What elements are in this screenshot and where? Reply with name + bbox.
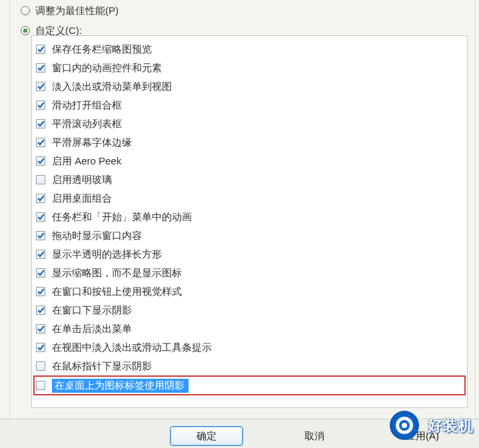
list-item[interactable]: 启用 Aero Peek [36, 152, 464, 170]
list-item-label: 在窗口下显示阴影 [52, 304, 132, 317]
list-item-label: 拖动时显示窗口内容 [52, 230, 142, 242]
cancel-button[interactable]: 取消 [278, 426, 351, 446]
list-item-label: 任务栏和「开始」菜单中的动画 [52, 211, 192, 224]
checkbox-icon[interactable] [36, 381, 45, 390]
list-item[interactable]: 启用透明玻璃 [36, 170, 464, 189]
list-item-label: 在鼠标指针下显示阴影 [52, 360, 152, 373]
watermark-text: 好装机 [428, 416, 474, 436]
list-item[interactable]: 平滑滚动列表框 [36, 114, 464, 133]
list-item[interactable]: 平滑屏幕字体边缘 [36, 133, 464, 152]
checkbox-icon[interactable] [36, 194, 45, 203]
radio-label: 调整为最佳性能(P) [35, 3, 119, 18]
watermark-logo-icon [390, 411, 419, 440]
checkbox-icon[interactable] [36, 287, 45, 296]
list-item[interactable]: 任务栏和「开始」菜单中的动画 [36, 208, 464, 226]
list-item-label: 在单击后淡出菜单 [52, 323, 132, 336]
checkbox-icon[interactable] [36, 212, 45, 222]
list-item-label: 在窗口和按钮上使用视觉样式 [52, 286, 182, 298]
checkbox-icon[interactable] [36, 138, 45, 147]
list-item[interactable]: 窗口内的动画控件和元素 [36, 59, 464, 77]
radio-icon [21, 26, 30, 35]
checkbox-icon[interactable] [36, 156, 45, 166]
settings-panel: 调整为最佳性能(P) 自定义(C): 保存任务栏缩略图预览窗口内的动画控件和元素… [9, 0, 476, 445]
list-item[interactable]: 在窗口下显示阴影 [36, 301, 464, 320]
list-item[interactable]: 拖动时显示窗口内容 [36, 226, 464, 245]
list-item-label: 平滑滚动列表框 [52, 118, 122, 130]
checkbox-icon[interactable] [36, 63, 45, 73]
list-item[interactable]: 启用桌面组合 [36, 189, 464, 208]
list-item[interactable]: 滑动打开组合框 [36, 96, 464, 114]
checkbox-icon[interactable] [36, 82, 45, 91]
list-item[interactable]: 在视图中淡入淡出或滑动工具条提示 [36, 338, 464, 357]
list-item-label: 保存任务栏缩略图预览 [52, 43, 152, 56]
checkbox-icon[interactable] [36, 361, 45, 371]
list-item-label: 启用透明玻璃 [52, 174, 112, 186]
list-item-label: 平滑屏幕字体边缘 [52, 136, 132, 149]
list-item-label: 在视图中淡入淡出或滑动工具条提示 [52, 341, 212, 354]
list-item[interactable]: 显示半透明的选择长方形 [36, 245, 464, 264]
checkbox-icon[interactable] [36, 45, 45, 54]
list-item-selection: 在桌面上为图标标签使用阴影 [52, 379, 189, 393]
checkbox-icon[interactable] [36, 250, 45, 259]
list-item[interactable]: 淡入淡出或滑动菜单到视图 [36, 77, 464, 96]
checkbox-icon[interactable] [36, 324, 45, 334]
checkbox-icon[interactable] [36, 343, 45, 352]
list-item-label: 启用 Aero Peek [52, 155, 121, 168]
list-item[interactable]: 在窗口和按钮上使用视觉样式 [36, 282, 464, 301]
radio-icon [21, 6, 30, 15]
checkbox-icon[interactable] [36, 306, 45, 315]
list-item-highlighted[interactable]: 在桌面上为图标标签使用阴影 [33, 375, 466, 395]
ok-button[interactable]: 确定 [170, 426, 243, 446]
checkbox-icon[interactable] [36, 231, 45, 240]
list-item-label: 淡入淡出或滑动菜单到视图 [52, 81, 172, 93]
list-item[interactable]: 显示缩略图，而不是显示图标 [36, 264, 464, 282]
checkbox-icon[interactable] [36, 175, 45, 184]
list-item[interactable]: 保存任务栏缩略图预览 [36, 40, 464, 59]
checkbox-icon[interactable] [36, 119, 45, 128]
list-item-label: 启用桌面组合 [52, 192, 112, 205]
list-item-label: 显示半透明的选择长方形 [52, 248, 162, 261]
list-item[interactable]: 在鼠标指针下显示阴影 [36, 357, 464, 375]
list-item-label: 显示缩略图，而不是显示图标 [52, 267, 182, 280]
checkbox-icon[interactable] [36, 268, 45, 278]
checkbox-icon[interactable] [36, 101, 45, 110]
list-item-label: 滑动打开组合框 [52, 99, 122, 112]
radio-selected-dot [23, 29, 27, 33]
radio-best-performance[interactable]: 调整为最佳性能(P) [10, 1, 475, 21]
list-item-label: 在桌面上为图标标签使用阴影 [55, 379, 185, 392]
list-item-label: 窗口内的动画控件和元素 [52, 62, 162, 75]
visual-effects-list[interactable]: 保存任务栏缩略图预览窗口内的动画控件和元素淡入淡出或滑动菜单到视图滑动打开组合框… [31, 35, 468, 408]
list-item[interactable]: 在单击后淡出菜单 [36, 320, 464, 338]
